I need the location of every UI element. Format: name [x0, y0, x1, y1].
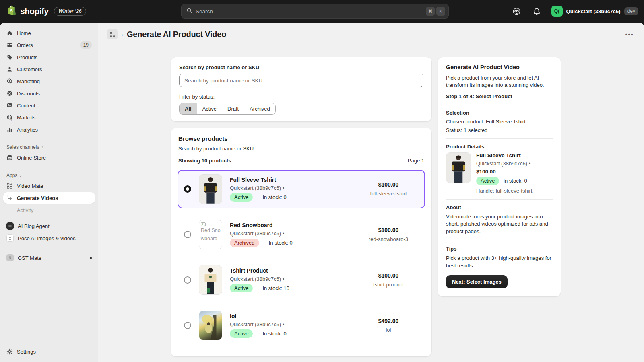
filter-draft-button[interactable]: Draft — [222, 103, 244, 114]
sidebar-item-products[interactable]: Products — [3, 51, 95, 63]
status-badge: Active — [230, 193, 253, 202]
svg-text:S: S — [10, 9, 13, 13]
notifications-bell-icon[interactable] — [531, 6, 543, 17]
product-handle: full-sleeve-tshirt — [358, 191, 419, 197]
more-actions-button[interactable]: ••• — [625, 31, 634, 38]
next-select-images-button[interactable]: Next: Select Images — [446, 275, 508, 288]
svg-text:$: $ — [10, 117, 12, 121]
product-thumbnail — [199, 311, 222, 340]
step-indicator: Step 1 of 4: Select Product — [446, 93, 553, 99]
orders-icon — [6, 42, 13, 48]
sidebar-item-ai-blog-agent[interactable]: AI Blog Agent — [3, 220, 95, 232]
sidebar-item-orders[interactable]: Orders 19 — [3, 39, 95, 51]
pose-ai-icon — [6, 234, 14, 242]
browse-products-card: Browse products Search by product name o… — [171, 128, 431, 356]
app-breadcrumb-icon[interactable] — [107, 29, 118, 39]
sidebar-item-label: Markets — [17, 115, 35, 121]
global-search[interactable]: ⌘ K — [181, 4, 449, 19]
release-badge[interactable]: Winter ’26 — [54, 7, 86, 16]
topbar: S shopify Winter ’26 ⌘ K — [0, 0, 644, 23]
filter-all-button[interactable]: All — [180, 103, 197, 114]
product-row-lol[interactable]: lol Quickstart (38b9c7c6) • Active In st… — [178, 306, 425, 345]
sidebar-item-label: Marketing — [17, 78, 40, 84]
sidebar-item-markets[interactable]: $ Markets — [3, 112, 95, 123]
ai-blog-agent-icon — [6, 222, 14, 230]
tips-text: Pick a product with 3+ high-quality imag… — [446, 255, 553, 269]
sidebar-item-home[interactable]: Home — [3, 27, 95, 39]
product-handle: lol — [358, 327, 419, 333]
selected-product-price: $100.00 — [476, 169, 532, 175]
product-row-red-snowboard[interactable]: Red Snowboard Red Snowboard Quickstart (… — [178, 215, 425, 254]
product-row-full-sleeve-tshirt[interactable]: Full Sleeve Tshirt Quickstart (38b9c7c6)… — [178, 170, 425, 208]
product-thumbnail-broken: Red Snowboard — [199, 220, 222, 249]
panel-title: Generate AI Product Video — [446, 64, 553, 70]
divider — [446, 138, 553, 139]
orders-count-badge: 19 — [80, 41, 92, 49]
product-search-input[interactable] — [179, 74, 423, 87]
shopify-logo[interactable]: S shopify Winter ’26 — [6, 5, 86, 18]
notification-dot — [90, 257, 92, 259]
selection-status-line: Status: 1 selected — [446, 127, 553, 133]
sidebar-item-gst-mate[interactable]: GST Mate — [3, 252, 95, 263]
content-icon — [6, 102, 13, 109]
page-title: Generate AI Product Video — [127, 30, 226, 39]
product-radio[interactable] — [184, 276, 191, 284]
sidebar-item-label: GST Mate — [18, 255, 41, 261]
product-price: $100.00 — [358, 181, 419, 188]
sidebar-item-generate-videos[interactable]: Generate Videos — [3, 192, 95, 204]
sidebar-item-customers[interactable]: Customers — [3, 64, 95, 75]
sidebar-item-content[interactable]: Content — [3, 100, 95, 111]
search-input[interactable] — [196, 8, 424, 14]
brand-wordmark: shopify — [20, 6, 48, 16]
page-header: › Generate AI Product Video ••• — [98, 23, 644, 43]
browse-subtitle: Search by product name or SKU — [178, 146, 424, 152]
sidebar-item-online-store[interactable]: Online Store — [3, 152, 95, 163]
sidebar-item-settings[interactable]: Settings — [3, 346, 95, 357]
product-vendor: Quickstart (38b9c7c6) • — [230, 185, 287, 191]
product-price: $100.00 — [358, 272, 419, 279]
sidebar-item-discounts[interactable]: Discounts — [3, 88, 95, 99]
sidebar-item-analytics[interactable]: Analytics — [3, 124, 95, 135]
analytics-icon — [6, 126, 13, 133]
stock-text: In stock: 0 — [262, 194, 286, 200]
account-menu[interactable]: Q( Quickstart (38b9c7c6) dev — [551, 6, 638, 17]
shopify-bag-icon: S — [6, 5, 17, 18]
product-name: lol — [230, 313, 287, 319]
selected-product-thumbnail — [446, 152, 471, 183]
kbd-k: K — [436, 7, 445, 16]
product-radio[interactable] — [184, 322, 191, 329]
sidebar-item-video-mate[interactable]: Video Mate — [3, 180, 95, 191]
product-radio[interactable] — [184, 231, 191, 238]
stock-text: In stock: 10 — [262, 285, 289, 291]
status-filter-group: All Active Draft Archived — [179, 103, 276, 115]
filter-archived-button[interactable]: Archived — [244, 103, 275, 114]
product-price: $492.00 — [358, 318, 419, 324]
product-radio[interactable] — [184, 185, 191, 193]
stock-text: In stock: 0 — [262, 331, 286, 337]
apps-header[interactable]: Apps› — [3, 171, 95, 180]
product-row-tshirt-product[interactable]: Tshirt Product Quickstart (38b9c7c6) • A… — [178, 261, 425, 299]
marketing-icon — [6, 78, 13, 84]
chosen-product-line: Chosen product: Full Sleeve Tshirt — [446, 119, 553, 125]
selected-product-handle: Handle: full-sleeve-tshirt — [476, 188, 532, 194]
sidebar-item-activity[interactable]: Activity — [3, 204, 95, 216]
sidebar-item-label: Pose AI images & videos — [18, 235, 76, 241]
filter-active-button[interactable]: Active — [197, 103, 222, 114]
home-icon — [6, 30, 13, 36]
tag-icon — [6, 54, 13, 60]
sidebar-item-label: Activity — [17, 207, 33, 213]
sidebar-item-label: Content — [17, 103, 35, 109]
sidekick-icon[interactable] — [511, 6, 522, 17]
about-text: Videomate turns your product images into… — [446, 213, 553, 235]
product-vendor: Quickstart (38b9c7c6) • — [230, 321, 287, 327]
divider — [446, 105, 553, 105]
app-grid-icon — [6, 183, 13, 189]
store-name: Quickstart (38b9c7c6) — [566, 8, 621, 14]
elbow-arrow-icon — [6, 195, 13, 201]
generate-video-panel: Generate AI Product Video Pick a product… — [438, 57, 561, 296]
sidebar-item-pose-ai[interactable]: Pose AI images & videos — [3, 232, 95, 244]
sales-channels-header[interactable]: Sales channels› — [3, 142, 95, 152]
sidebar-item-label: Analytics — [17, 127, 38, 133]
kbd-cmd: ⌘ — [426, 7, 435, 16]
sidebar-item-marketing[interactable]: Marketing — [3, 76, 95, 87]
